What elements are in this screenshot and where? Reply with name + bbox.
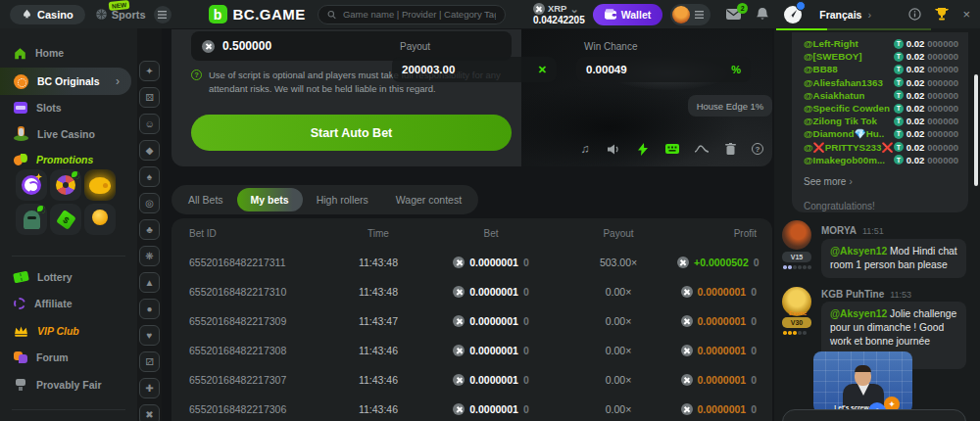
promo-tile-wheel[interactable]	[50, 169, 81, 201]
tab-my-bets[interactable]: My bets	[237, 188, 303, 211]
tab-high-rollers[interactable]: High rollers	[303, 188, 382, 211]
notifications-button[interactable]	[757, 8, 768, 21]
chat-username[interactable]: KGB PuhTine11:53	[821, 289, 911, 300]
chat-username[interactable]: MORYA11:51	[821, 225, 884, 236]
tab-all-bets[interactable]: All Bets	[174, 188, 237, 211]
search-input[interactable]	[343, 9, 496, 20]
seed-settings-icon[interactable]	[722, 141, 738, 157]
live-stats-icon[interactable]	[694, 141, 710, 157]
winner-row[interactable]: @Imakegob00m...T0.02000000	[804, 154, 958, 166]
chat-scrollbar[interactable]	[974, 74, 978, 186]
clear-x-icon[interactable]: ✕	[538, 64, 547, 76]
sidebar-item-vip-club[interactable]: VIP Club	[0, 318, 137, 344]
payout-label: Payout	[400, 41, 430, 52]
winner-name: @Aliesfahan1363	[804, 77, 883, 88]
game-shortcut-icon[interactable]: ☺	[139, 114, 160, 134]
table-row[interactable]: 65520168482217308 11:43:46 0.00000010 0.…	[172, 336, 772, 365]
winner-name: @BB88	[804, 64, 838, 74]
game-shortcut-icon[interactable]: ⚄	[139, 87, 160, 108]
game-shortcut-icon[interactable]: ♣	[139, 219, 160, 240]
win-chance-input[interactable]: 0.00049 %	[576, 57, 751, 82]
promo-tile-ghost[interactable]	[16, 204, 47, 235]
sidebar-item-bc-originals[interactable]: BC Originals ›	[0, 68, 131, 95]
profile-menu[interactable]	[670, 4, 710, 25]
winner-row[interactable]: @AsiakhatunT0.02000000	[804, 89, 958, 102]
promo-tile-coin-drop[interactable]	[84, 204, 116, 235]
sports-tab[interactable]: NEW Sports	[95, 8, 146, 21]
balance-selector[interactable]: XRP ⌄ 0.04242205	[533, 3, 585, 25]
trophy-icon[interactable]	[935, 8, 949, 21]
sidebar-item-forum[interactable]: Forum	[0, 345, 137, 370]
game-shortcut-icon[interactable]: ✦	[139, 61, 160, 81]
wallet-button[interactable]: Wallet	[593, 4, 663, 25]
promo-tile-price-tag[interactable]: $	[50, 204, 81, 235]
table-row[interactable]: 65520168482217307 11:43:46 0.00000010 0.…	[172, 365, 772, 395]
usdt-coin-icon: T	[894, 117, 904, 126]
language-selector[interactable]: Français ›	[819, 9, 871, 21]
sidebar-item-lottery[interactable]: Lottery	[0, 264, 137, 290]
game-shortcut-icon[interactable]: ●	[139, 299, 160, 319]
slots-icon	[14, 102, 27, 114]
table-row[interactable]: 65520168482217309 11:43:47 0.00000010 0.…	[172, 306, 772, 336]
bc-game-logo[interactable]: b BC.GAME	[209, 5, 306, 23]
hotkeys-keyboard-icon[interactable]	[664, 141, 680, 157]
chat-input[interactable]	[782, 409, 966, 421]
winner-row[interactable]: @Specific CowdenT0.02000000	[804, 102, 958, 115]
chat-message[interactable]: @Aksyen12 Mod Hindi chat room 1 person b…	[821, 239, 966, 278]
game-shortcut-icon[interactable]: ❋	[139, 246, 160, 266]
winner-row[interactable]: @❌PRITTYS233❌T0.02000000	[804, 141, 958, 154]
game-shortcut-icon[interactable]: ♥	[139, 325, 160, 346]
music-icon[interactable]: ♫	[577, 141, 593, 157]
game-shortcut-icon[interactable]: ♠	[139, 166, 160, 187]
table-row[interactable]: 65520168482217310 11:43:48 0.00000010 0.…	[172, 277, 772, 306]
winner-row[interactable]: @BB88T0.02000000	[804, 63, 958, 75]
sound-icon[interactable]	[607, 141, 622, 157]
chat-support-button[interactable]	[784, 6, 802, 23]
sidebar-item-slots[interactable]: Slots	[0, 95, 137, 120]
sidebar-item-live-casino[interactable]: Live Casino	[0, 121, 137, 147]
game-shortcut-icon[interactable]: ✚	[139, 378, 160, 398]
game-shortcut-icon[interactable]: ⚂	[139, 351, 160, 372]
sidebar-item-affiliate[interactable]: Affiliate	[0, 291, 137, 316]
info-icon[interactable]	[908, 8, 921, 21]
win-chance-label: Win Chance	[584, 41, 637, 52]
winner-row[interactable]: @Aliesfahan1363T0.02000000	[804, 76, 958, 89]
sidebar-item-label: Lottery	[37, 271, 73, 283]
payout-input[interactable]: 200003.00 ✕	[392, 57, 557, 82]
bets-tabs: All Bets My bets High rollers Wager cont…	[172, 185, 478, 214]
collapse-menu-button[interactable]	[154, 6, 172, 23]
game-shortcut-icon[interactable]: ✖	[139, 404, 160, 421]
table-row[interactable]: 65520168482217306 11:43:46 0.00000010 0.…	[172, 395, 772, 421]
turbo-bolt-icon[interactable]	[635, 141, 651, 157]
game-shortcut-icon[interactable]: ◆	[139, 140, 160, 161]
mention[interactable]: @Aksyen12	[830, 246, 887, 257]
avatar[interactable]	[782, 220, 811, 250]
winner-row[interactable]: @[SWEBOY]T0.02000000	[804, 50, 958, 63]
casino-tab[interactable]: Casino	[10, 5, 85, 24]
help-icon[interactable]: ?	[752, 143, 763, 155]
bet-multiplier: 503.00×	[560, 257, 677, 268]
table-row[interactable]: 65520168482217311 11:43:48 0.00000010 50…	[172, 248, 772, 277]
game-shortcut-icon[interactable]: ◎	[139, 193, 160, 213]
search-bar[interactable]	[318, 5, 506, 24]
winner-row[interactable]: @Zilong Tik TokT0.02000000	[804, 115, 958, 127]
sidebar-item-home[interactable]: Home	[0, 40, 137, 66]
rain-winners-message: @Left-RightT0.02000000 @[SWEBOY]T0.02000…	[792, 32, 968, 212]
bet-amount: 0.00000010	[422, 257, 560, 268]
inbox-button[interactable]: 2	[726, 9, 741, 20]
close-chat-icon[interactable]: ×	[962, 7, 970, 22]
tab-wager-contest[interactable]: Wager contest	[382, 188, 475, 211]
winner-row[interactable]: @Diamond💎Hu..T0.02000000	[804, 127, 958, 140]
sidebar-item-provably-fair[interactable]: Provably Fair	[0, 372, 137, 398]
promo-tile-spin[interactable]	[16, 169, 47, 201]
forum-icon	[14, 351, 27, 363]
balance-value: 0.04242205	[533, 15, 585, 25]
game-shortcut-icon[interactable]: ▲	[139, 272, 160, 293]
start-auto-bet-button[interactable]: Start Auto Bet	[191, 115, 512, 151]
winner-row[interactable]: @Left-RightT0.02000000	[804, 37, 958, 50]
winner-amount: T0.02000000	[894, 51, 958, 62]
mention[interactable]: @Aksyen12	[830, 308, 887, 319]
bet-id: 65520168482217306	[189, 403, 334, 415]
see-more-button[interactable]: See more ›	[804, 175, 958, 187]
promo-tile-piggy[interactable]	[84, 169, 116, 201]
